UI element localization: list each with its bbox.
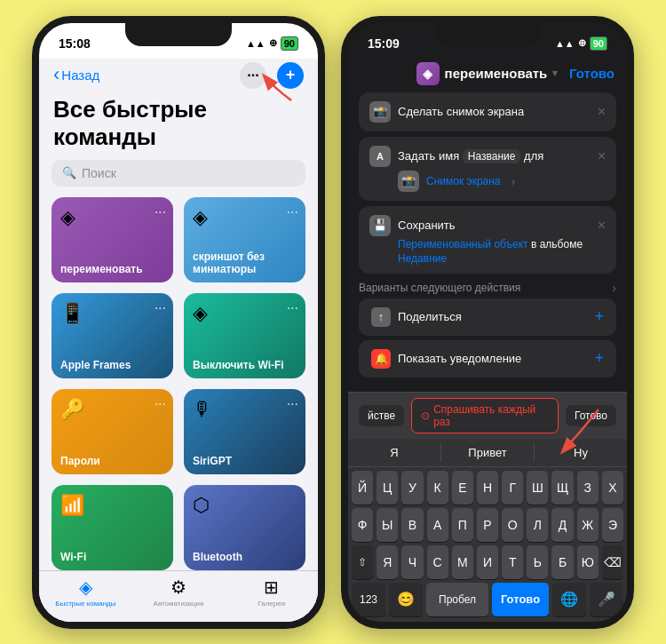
key-я[interactable]: Я bbox=[377, 545, 398, 579]
save-album: Недавние bbox=[369, 252, 606, 265]
card-label-7: Bluetooth bbox=[193, 551, 297, 563]
key-к[interactable]: К bbox=[427, 471, 448, 505]
key-done[interactable]: Готово bbox=[492, 583, 549, 616]
action-card-setname[interactable]: A Задать имя Название для × 📸 Снимок экр… bbox=[359, 137, 616, 201]
setname-close[interactable]: × bbox=[598, 148, 606, 164]
notify-label: Показать уведомление bbox=[398, 352, 521, 365]
toolbar-action-ask[interactable]: ⊙ Спрашивать каждый раз bbox=[411, 398, 559, 433]
key-н[interactable]: Н bbox=[477, 471, 498, 505]
shortcut-card-7[interactable]: ⬡ Bluetooth bbox=[184, 485, 305, 570]
save-close[interactable]: × bbox=[598, 218, 606, 234]
key-а[interactable]: А bbox=[427, 508, 448, 542]
key-в[interactable]: В bbox=[401, 508, 423, 542]
key-mic[interactable]: 🎤 bbox=[590, 583, 623, 616]
shortcut-card-6[interactable]: 📶 Wi-Fi bbox=[52, 485, 173, 570]
key-emoji[interactable]: 😊 bbox=[389, 583, 423, 616]
save-text: Сохранить bbox=[398, 219, 591, 232]
key-ю[interactable]: Ю bbox=[577, 545, 599, 579]
key-э[interactable]: Э bbox=[602, 508, 623, 542]
tab-automation-icon: ⚙ bbox=[170, 576, 186, 598]
key-т[interactable]: Т bbox=[502, 545, 523, 579]
keyboard-main: Й Ц У К Е Н Г Ш Щ З Х Ф Ы В А П Р О Л bbox=[348, 467, 627, 622]
card-icon-2: 📱 bbox=[60, 302, 164, 325]
key-ж[interactable]: Ж bbox=[577, 508, 599, 542]
key-х[interactable]: Х bbox=[602, 471, 623, 505]
key-ы[interactable]: Ы bbox=[377, 508, 398, 542]
card-menu-0[interactable]: ··· bbox=[155, 204, 166, 220]
nav-chevron: ▾ bbox=[552, 68, 558, 79]
key-о[interactable]: О bbox=[502, 508, 523, 542]
screenshot-close[interactable]: × bbox=[598, 104, 606, 120]
option-row-notify[interactable]: 🔔 Показать уведомление + bbox=[359, 340, 616, 378]
key-е[interactable]: Е bbox=[452, 471, 473, 505]
nav-title-text: переименовать bbox=[445, 66, 548, 81]
section-label-text: Варианты следующего действия bbox=[359, 282, 520, 294]
card-menu-1[interactable]: ··· bbox=[287, 204, 298, 220]
toolbar-prev-label: йстве bbox=[368, 409, 395, 422]
action-card-screenshot[interactable]: 📸 Сделать снимок экрана × bbox=[359, 92, 616, 131]
share-icon: ↑ bbox=[371, 307, 391, 327]
key-row-4: 123 😊 Пробел Готово 🌐 🎤 bbox=[352, 583, 623, 616]
key-ф[interactable]: Ф bbox=[352, 508, 373, 542]
card-menu-5[interactable]: ··· bbox=[287, 396, 298, 412]
key-shift[interactable]: ⇧ bbox=[352, 545, 373, 579]
share-plus[interactable]: + bbox=[594, 307, 604, 326]
key-и[interactable]: И bbox=[477, 545, 498, 579]
status-icons-left: ▲▲ ⊕ 90 bbox=[246, 36, 298, 51]
shortcut-card-3[interactable]: ··· ◈ Выключить Wi-Fi bbox=[184, 293, 305, 378]
key-ч[interactable]: Ч bbox=[401, 545, 423, 579]
tab-automation[interactable]: ⚙ Автоматизация bbox=[132, 576, 226, 608]
toolbar-action-done[interactable]: Готово bbox=[566, 405, 616, 426]
option-row-share[interactable]: ↑ Поделиться + bbox=[359, 298, 616, 336]
card-menu-2[interactable]: ··· bbox=[155, 300, 166, 316]
action-card-save[interactable]: 💾 Сохранить × Переименованный объект в а… bbox=[359, 206, 616, 274]
key-г[interactable]: Г bbox=[502, 471, 523, 505]
action-list: 📸 Сделать снимок экрана × A Задать имя Н… bbox=[348, 92, 627, 274]
more-button[interactable]: ··· bbox=[240, 62, 266, 89]
done-button[interactable]: Готово bbox=[569, 66, 614, 81]
tab-gallery[interactable]: ⊞ Галерея bbox=[225, 576, 318, 608]
dark-nav-title: ◈ переименовать ▾ bbox=[416, 62, 559, 85]
notch-right bbox=[434, 23, 541, 46]
key-л[interactable]: Л bbox=[527, 508, 548, 542]
tab-shortcuts-label: Быстрые команды bbox=[55, 600, 115, 608]
key-ь[interactable]: Ь bbox=[527, 545, 548, 579]
notify-plus[interactable]: + bbox=[594, 349, 604, 368]
suggestion-0[interactable]: Я bbox=[348, 443, 441, 462]
shortcut-card-0[interactable]: ··· ◈ переименовать bbox=[52, 197, 173, 282]
key-globe[interactable]: 🌐 bbox=[552, 583, 586, 616]
add-button[interactable]: + bbox=[277, 62, 304, 89]
search-bar-left[interactable]: Поиск bbox=[52, 160, 305, 187]
key-м[interactable]: М bbox=[452, 545, 473, 579]
key-щ[interactable]: Щ bbox=[551, 471, 573, 505]
toolbar-action-prev[interactable]: йстве bbox=[359, 405, 404, 426]
shortcut-card-1[interactable]: ··· ◈ скриншот без миниатюры bbox=[184, 197, 305, 282]
key-з[interactable]: З bbox=[577, 471, 599, 505]
key-й[interactable]: Й bbox=[352, 471, 373, 505]
key-р[interactable]: Р bbox=[477, 508, 498, 542]
key-п[interactable]: П bbox=[452, 508, 473, 542]
shortcut-card-4[interactable]: ··· 🔑 Пароли bbox=[52, 389, 173, 474]
key-д[interactable]: Д bbox=[551, 508, 573, 542]
tab-shortcuts[interactable]: ◈ Быстрые команды bbox=[39, 576, 132, 608]
card-menu-4[interactable]: ··· bbox=[155, 396, 166, 412]
card-menu-3[interactable]: ··· bbox=[287, 300, 298, 316]
key-с[interactable]: С bbox=[427, 545, 448, 579]
shortcut-card-2[interactable]: ··· 📱 Apple Frames bbox=[52, 293, 173, 378]
key-у[interactable]: У bbox=[401, 471, 423, 505]
key-delete[interactable]: ⌫ bbox=[602, 545, 623, 579]
suggestion-1[interactable]: Привет bbox=[441, 443, 535, 462]
suggestion-2[interactable]: Ну bbox=[535, 443, 627, 462]
card-label-3: Выключить Wi-Fi bbox=[193, 359, 297, 371]
key-num[interactable]: 123 bbox=[352, 583, 385, 616]
key-ц[interactable]: Ц bbox=[377, 471, 398, 505]
card-label-1: скриншот без миниатюры bbox=[193, 250, 297, 275]
back-button[interactable]: Назад bbox=[53, 67, 99, 84]
card-label-4: Пароли bbox=[60, 455, 164, 467]
card-icon-1: ◈ bbox=[193, 206, 297, 229]
toolbar-ask-label: Спрашивать каждый раз bbox=[433, 403, 549, 428]
key-space[interactable]: Пробел bbox=[426, 583, 488, 616]
key-ш[interactable]: Ш bbox=[527, 471, 548, 505]
shortcut-card-5[interactable]: ··· 🎙 SiriGPT bbox=[184, 389, 305, 474]
key-б[interactable]: Б bbox=[551, 545, 573, 579]
